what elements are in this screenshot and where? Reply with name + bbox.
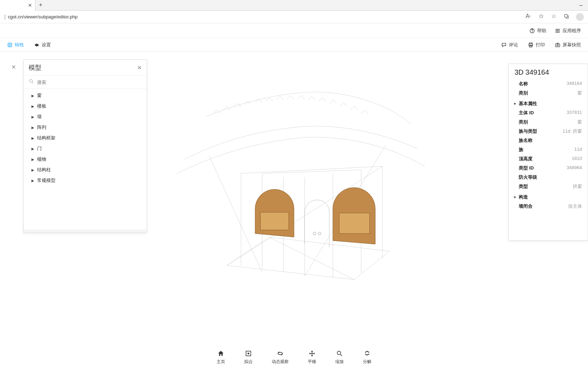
svg-rect-10 [557, 31, 558, 33]
chevron-right-icon: ▶ [31, 126, 34, 130]
list-icon [7, 42, 13, 48]
tree-item[interactable]: ▶楼板 [24, 101, 147, 111]
minimize-button[interactable]: ─ [574, 0, 588, 11]
app-topbar: 帮助 应用程序 [0, 23, 588, 38]
home-icon [217, 350, 224, 357]
tree-item[interactable]: ▶植物 [24, 154, 147, 165]
favorites-icon[interactable]: ☆ [551, 13, 557, 19]
section-construct[interactable]: ▼ 构造 [509, 191, 588, 202]
property-label: 族 [519, 146, 574, 153]
properties-title: 3D 349164 [509, 64, 588, 79]
close-icon[interactable]: ✕ [137, 64, 142, 71]
secondary-toolbar: 特性 设置 评论 打印 屏幕快照 [0, 38, 588, 52]
tree-item-label: 窗 [37, 92, 42, 99]
svg-rect-8 [559, 30, 560, 31]
svg-rect-19 [339, 213, 370, 234]
settings-tab[interactable]: 设置 [34, 42, 51, 48]
gear-icon [34, 42, 40, 48]
svg-point-21 [318, 232, 321, 235]
property-row: 族11d [509, 145, 588, 154]
chevron-right-icon: ▶ [31, 147, 34, 151]
tree-item[interactable]: ▶阵列 [24, 122, 147, 133]
tree-item-label: 楼板 [37, 103, 46, 109]
fit-button[interactable]: 拟合 [244, 350, 253, 365]
property-label: 主体 ID [519, 110, 567, 116]
property-value: 11d: 拱窗 [563, 128, 582, 134]
property-row: 顶高度1810 [509, 154, 588, 163]
toolbar-label: 动态观察 [272, 359, 289, 365]
pan-button[interactable]: 平移 [308, 350, 316, 365]
comments-label: 评论 [509, 42, 518, 48]
tree-item[interactable]: ▶窗 [24, 90, 147, 101]
comment-icon [501, 42, 507, 48]
property-value: 窗 [577, 90, 582, 96]
print-icon [528, 42, 534, 48]
tree-item-label: 墙 [37, 114, 42, 120]
model-wireframe [156, 67, 432, 301]
tree-item[interactable]: ▶常规模型 [24, 175, 147, 186]
property-row: 类别窗 [509, 117, 588, 127]
orbit-button[interactable]: 动态观察 [272, 350, 289, 365]
svg-rect-4 [557, 29, 558, 30]
search-input[interactable] [37, 80, 142, 85]
profile-avatar[interactable] [576, 13, 584, 21]
pan-icon [308, 350, 316, 357]
svg-rect-0 [565, 14, 568, 17]
properties-panel: 3D 349164 名称349164类别窗 ▼ 基本属性 主体 ID337831… [508, 64, 588, 241]
apps-label: 应用程序 [563, 28, 581, 34]
svg-rect-9 [556, 31, 557, 33]
explode-button[interactable]: 分解 [363, 350, 371, 365]
orbit-icon [277, 350, 284, 357]
fit-icon [245, 350, 252, 357]
chevron-right-icon: ▶ [31, 168, 34, 172]
new-tab-button[interactable]: + [35, 1, 46, 9]
tree-item-label: 结构框架 [37, 135, 55, 141]
property-label: 类型 ID [519, 165, 567, 171]
tree-item[interactable]: ▶结构柱 [24, 165, 147, 175]
comments-button[interactable]: 评论 [501, 42, 518, 48]
section-label: 构造 [519, 194, 528, 200]
browser-tab-strip: ✕ + ─ [0, 0, 588, 11]
property-row: 名称349164 [509, 79, 588, 88]
property-value: 11d [574, 146, 582, 153]
settings-label: 设置 [42, 42, 51, 48]
apps-icon [555, 28, 560, 34]
property-label: 墙闭合 [519, 203, 568, 209]
property-value: 窗 [577, 119, 582, 125]
panel-resize-handle[interactable] [24, 230, 147, 232]
home-button[interactable]: 主页 [217, 350, 225, 365]
screenshot-label: 屏幕快照 [563, 42, 581, 48]
properties-tab[interactable]: 特性 [7, 42, 24, 48]
print-button[interactable]: 打印 [528, 42, 545, 48]
reading-mode-icon[interactable]: A» [525, 13, 531, 19]
property-label: 族与类型 [519, 128, 563, 134]
browser-tab[interactable]: ✕ [0, 0, 35, 11]
collections-icon[interactable] [563, 13, 570, 19]
help-button[interactable]: 帮助 [529, 28, 546, 34]
toolbar-label: 分解 [363, 359, 371, 365]
tree-item[interactable]: ▶门 [24, 143, 147, 154]
svg-rect-5 [559, 29, 560, 30]
url-text[interactable]: cgot.cn/viewer/subpage/editor.php [8, 14, 77, 19]
url-separator: | [4, 14, 6, 20]
star-outline-icon[interactable]: ✩ [538, 13, 544, 19]
tree-item-label: 门 [37, 145, 42, 152]
chevron-right-icon: ▶ [31, 136, 34, 140]
toolbar-label: 平移 [308, 359, 316, 365]
toolbar-label: 缩放 [335, 359, 344, 365]
tree-item[interactable]: ▶墙 [24, 111, 147, 122]
panel-strip-close-icon[interactable]: ✕ [11, 64, 16, 70]
toolbar-label: 拟合 [244, 359, 253, 365]
svg-point-25 [337, 351, 341, 355]
tree-item-label: 常规模型 [37, 177, 55, 184]
close-icon[interactable]: ✕ [28, 2, 32, 8]
search-icon [29, 79, 34, 86]
tree-item-label: 阵列 [37, 124, 46, 131]
apps-button[interactable]: 应用程序 [555, 28, 581, 34]
tree-item-label: 结构柱 [37, 167, 51, 173]
section-basic[interactable]: ▼ 基本属性 [509, 98, 588, 108]
tree-item[interactable]: ▶结构框架 [24, 133, 147, 143]
property-value: 按主体 [568, 203, 582, 209]
zoom-button[interactable]: 缩放 [335, 350, 344, 365]
screenshot-button[interactable]: 屏幕快照 [555, 42, 581, 48]
